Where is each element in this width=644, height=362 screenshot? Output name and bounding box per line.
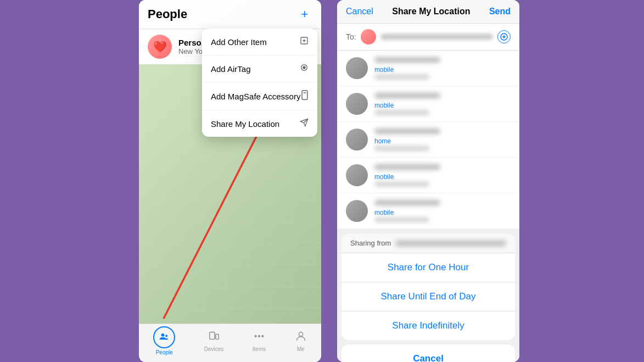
svg-point-0 [161, 333, 165, 337]
contact-avatar-0 [346, 57, 368, 79]
me-tab-icon [295, 330, 307, 345]
contact-label-2: home [374, 137, 511, 145]
dropdown-menu: Add Other Item Add AirTag Add MagSafe Ac… [202, 29, 317, 137]
contact-item-3[interactable]: mobile [337, 158, 519, 193]
share-header: Cancel Share My Location Send [337, 0, 519, 24]
contact-name-3 [374, 164, 440, 170]
sharing-from-row: Sharing from [341, 233, 515, 253]
items-tab-label: Items [253, 346, 266, 352]
share-indefinitely-button[interactable]: Share Indefinitely [341, 311, 515, 340]
share-location-title: Share My Location [392, 7, 470, 16]
send-header-button[interactable]: Send [489, 7, 511, 16]
person-avatar: ❤️ [148, 35, 172, 59]
contact-number-1 [374, 110, 429, 115]
contact-item-0[interactable]: mobile [337, 51, 519, 86]
dropdown-add-other-item[interactable]: Add Other Item [202, 29, 317, 55]
dropdown-item-label-3: Share My Location [211, 119, 279, 129]
people-tab-icon [153, 326, 175, 348]
people-title: People [148, 7, 187, 21]
magsafe-icon [301, 90, 309, 102]
tab-devices[interactable]: Devices [204, 330, 224, 352]
svg-rect-2 [209, 332, 214, 339]
items-tab-icon [253, 330, 265, 345]
contact-label-1: mobile [374, 102, 511, 109]
share-location-icon [300, 118, 309, 129]
contact-label-0: mobile [374, 66, 511, 74]
contact-name-2 [374, 129, 440, 134]
sharing-from-label: Sharing from [350, 239, 391, 247]
svg-point-1 [165, 335, 167, 337]
svg-rect-3 [215, 334, 219, 339]
contact-label-4: mobile [374, 209, 511, 216]
cancel-card: Cancel [341, 344, 515, 362]
to-avatar [361, 29, 376, 44]
contact-avatar-4 [346, 200, 368, 222]
share-indefinitely-label: Share Indefinitely [392, 320, 464, 331]
share-options-card: Sharing from Share for One Hour Share Un… [341, 233, 515, 340]
svg-rect-13 [302, 91, 307, 99]
dropdown-item-label-0: Add Other Item [211, 37, 267, 47]
cancel-share-label: Cancel [413, 353, 444, 362]
svg-point-12 [303, 66, 305, 69]
contact-avatar-2 [346, 129, 368, 151]
tab-bar: People Devices Items [139, 324, 321, 362]
to-label: To: [346, 32, 356, 41]
contact-info-1: mobile [374, 93, 511, 115]
dropdown-add-airtag[interactable]: Add AirTag [202, 55, 317, 82]
contact-avatar-3 [346, 164, 368, 186]
dropdown-add-magsafe[interactable]: Add MagSafe Accessory [202, 82, 317, 110]
share-one-hour-label: Share for One Hour [388, 262, 469, 272]
share-end-of-day-label: Share Until End of Day [381, 291, 476, 302]
tab-items[interactable]: Items [253, 330, 266, 352]
tab-people[interactable]: People [153, 326, 175, 355]
contact-number-2 [374, 146, 429, 151]
to-add-button[interactable] [497, 30, 511, 43]
people-tab-label: People [156, 349, 173, 355]
devices-tab-label: Devices [204, 346, 224, 352]
contact-label-3: mobile [374, 173, 511, 181]
contact-name-0 [374, 57, 440, 63]
share-one-hour-button[interactable]: Share for One Hour [341, 253, 515, 282]
sharing-from-device [395, 241, 506, 246]
dropdown-item-label-2: Add MagSafe Accessory [211, 92, 300, 101]
dropdown-share-location[interactable]: Share My Location [202, 110, 317, 137]
contact-number-4 [374, 218, 429, 222]
right-phone-panel: Cancel Share My Location Send To: mobile [337, 0, 519, 362]
contact-avatar-1 [346, 93, 368, 115]
contact-item-2[interactable]: home [337, 122, 519, 158]
contact-name-4 [374, 200, 440, 205]
svg-point-4 [255, 335, 256, 337]
svg-point-7 [299, 332, 303, 336]
tab-me[interactable]: Me [295, 330, 307, 352]
contact-number-0 [374, 75, 429, 79]
contact-item-1[interactable]: mobile [337, 86, 519, 122]
share-end-of-day-button[interactable]: Share Until End of Day [341, 282, 515, 311]
contact-list: mobile mobile home mobile [337, 51, 519, 229]
add-button[interactable]: + [297, 7, 312, 22]
contact-info-3: mobile [374, 164, 511, 186]
devices-tab-icon [208, 330, 220, 345]
svg-point-6 [262, 335, 264, 337]
contact-name-1 [374, 93, 440, 98]
airtag-icon [300, 63, 309, 74]
to-blurred-name [380, 34, 493, 40]
share-options-container: Sharing from Share for One Hour Share Un… [337, 229, 519, 362]
contact-item-4[interactable]: mobile [337, 193, 519, 229]
contact-number-3 [374, 182, 429, 186]
add-other-icon [300, 36, 309, 47]
me-tab-label: Me [297, 346, 305, 352]
to-field: To: [337, 24, 519, 51]
people-header: People + [139, 0, 321, 29]
svg-point-5 [259, 335, 260, 337]
contact-info-4: mobile [374, 200, 511, 222]
dropdown-item-label-1: Add AirTag [211, 64, 251, 74]
contact-info-2: home [374, 129, 511, 151]
cancel-header-button[interactable]: Cancel [346, 7, 373, 16]
contact-info-0: mobile [374, 57, 511, 79]
cancel-share-button[interactable]: Cancel [341, 344, 515, 362]
